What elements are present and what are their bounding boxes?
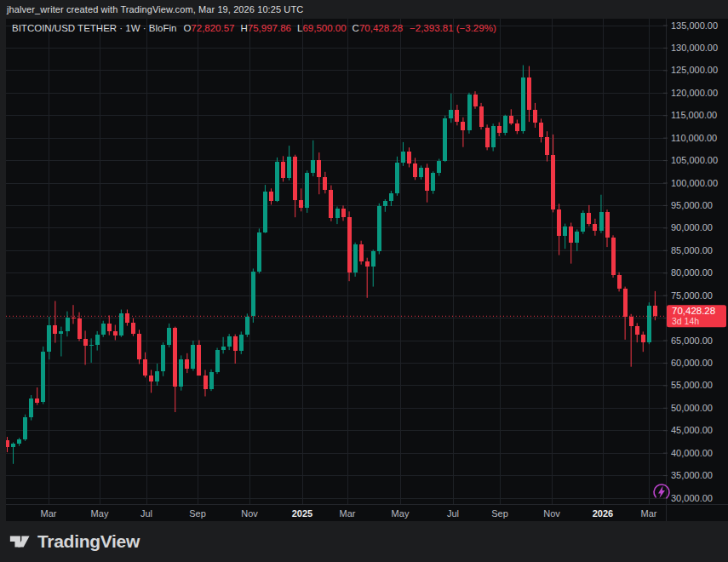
footer-bar: TradingView xyxy=(0,521,728,562)
candle xyxy=(41,347,45,404)
candle xyxy=(197,341,201,376)
candle xyxy=(527,66,531,123)
candle xyxy=(275,158,279,202)
time-axis-label[interactable]: 2025 xyxy=(292,508,312,519)
price-axis-label[interactable]: 55,000.00 xyxy=(671,380,713,390)
time-axis-label[interactable]: Nov xyxy=(543,508,560,519)
candle xyxy=(125,310,129,326)
candle xyxy=(473,91,478,109)
time-axis-label[interactable]: 2026 xyxy=(593,508,613,519)
candle xyxy=(533,103,537,128)
price-axis-label[interactable]: 75,000.00 xyxy=(671,290,713,301)
open-value: O72,820.57 xyxy=(183,23,234,33)
tradingview-wordmark[interactable]: TradingView xyxy=(37,531,140,552)
candle xyxy=(635,323,639,342)
candle xyxy=(425,163,429,202)
price-axis-label[interactable]: 50,000.00 xyxy=(671,403,713,413)
candle xyxy=(455,105,459,125)
price-axis-label[interactable]: 90,000.00 xyxy=(671,222,713,232)
candle xyxy=(371,249,375,286)
symbol-legend[interactable]: BITCOIN/USD TETHER · 1W · BloFin O72,820… xyxy=(12,21,496,35)
candle xyxy=(539,118,543,142)
candle xyxy=(83,330,88,364)
candle xyxy=(311,140,315,176)
time-axis-label[interactable]: Jul xyxy=(447,508,459,519)
candle xyxy=(365,258,370,298)
candle xyxy=(185,353,189,373)
candle xyxy=(617,272,622,292)
price-axis-label[interactable]: 130,000.00 xyxy=(671,43,718,53)
candle xyxy=(437,159,441,176)
candle xyxy=(593,219,597,236)
time-axis-label[interactable]: Sep xyxy=(491,508,508,519)
price-axis-label[interactable]: 45,000.00 xyxy=(671,425,713,435)
candle xyxy=(503,115,507,135)
candle xyxy=(101,321,106,337)
candle xyxy=(383,199,387,212)
price-axis-label[interactable]: 95,000.00 xyxy=(671,200,713,210)
candle xyxy=(119,310,123,337)
price-axis-label[interactable]: 135,000.00 xyxy=(671,20,718,31)
candle xyxy=(23,415,27,441)
price-axis-label[interactable]: 60,000.00 xyxy=(671,358,713,368)
time-axis-label[interactable]: May xyxy=(91,508,109,519)
candle xyxy=(113,325,118,341)
candle xyxy=(137,330,141,364)
price-axis-label[interactable]: 120,000.00 xyxy=(671,88,718,98)
price-axis-label[interactable]: 35,000.00 xyxy=(671,470,713,480)
attribution-text: jhalver_writer created with TradingView.… xyxy=(7,4,303,14)
candle xyxy=(413,158,417,180)
symbol-title: BITCOIN/USD TETHER · 1W · BloFin xyxy=(12,23,176,33)
candle xyxy=(569,223,573,264)
time-axis-label[interactable]: Nov xyxy=(241,508,258,519)
candle xyxy=(191,341,195,370)
candle xyxy=(179,355,183,390)
candle xyxy=(557,204,561,255)
bar-countdown: 3d 14h xyxy=(672,316,699,326)
time-axis-label[interactable]: Mar xyxy=(340,508,356,519)
candle xyxy=(35,387,39,405)
lightning-boost-icon[interactable] xyxy=(651,481,672,502)
time-axis-label[interactable]: Mar xyxy=(641,508,657,519)
candle xyxy=(515,120,519,135)
time-axis-label[interactable]: Sep xyxy=(189,508,206,519)
candle xyxy=(587,205,591,227)
candle xyxy=(221,337,226,354)
candle xyxy=(17,438,21,446)
candle xyxy=(66,312,70,337)
time-axis-label[interactable]: Mar xyxy=(41,508,57,519)
candle xyxy=(389,191,393,206)
price-axis-label[interactable]: 105,000.00 xyxy=(671,155,718,165)
candle xyxy=(497,123,502,136)
candle xyxy=(161,342,165,376)
chart-panel[interactable]: BITCOIN/USD TETHER · 1W · BloFin O72,820… xyxy=(6,19,728,521)
candle xyxy=(173,327,177,412)
candle xyxy=(509,109,513,125)
price-axis-label[interactable]: 40,000.00 xyxy=(671,448,713,458)
candle xyxy=(611,235,616,278)
time-axis-label[interactable]: May xyxy=(392,508,410,519)
candle xyxy=(623,287,628,340)
price-axis-label[interactable]: 80,000.00 xyxy=(671,267,713,278)
high-value: H75,997.86 xyxy=(241,23,291,33)
candle xyxy=(443,116,447,163)
candle xyxy=(251,268,255,323)
price-axis-label[interactable]: 115,000.00 xyxy=(671,110,717,120)
tradingview-logo-icon[interactable] xyxy=(9,530,31,553)
price-axis-label[interactable]: 110,000.00 xyxy=(671,133,717,143)
price-axis-label[interactable]: 85,000.00 xyxy=(671,245,713,255)
candle xyxy=(6,437,9,452)
candle xyxy=(335,207,340,225)
candle xyxy=(545,131,549,161)
price-axis-label[interactable]: 100,000.00 xyxy=(671,178,718,188)
candlestick-chart[interactable]: 135,000.00130,000.00125,000.00120,000.00… xyxy=(6,19,728,521)
candle xyxy=(461,118,465,147)
price-axis-label[interactable]: 65,000.00 xyxy=(671,335,713,346)
candle xyxy=(431,171,435,193)
price-axis-label[interactable]: 30,000.00 xyxy=(671,493,713,503)
last-price-value: 70,428.28 xyxy=(672,306,715,316)
price-axis-label[interactable]: 125,000.00 xyxy=(671,65,718,75)
time-axis-label[interactable]: Jul xyxy=(140,508,152,519)
candle xyxy=(641,331,645,352)
candle xyxy=(317,152,321,194)
